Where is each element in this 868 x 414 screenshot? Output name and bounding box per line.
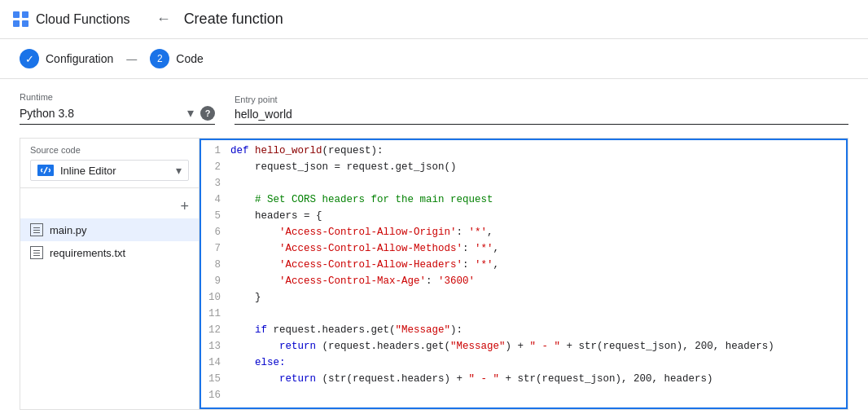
- code-editor[interactable]: 1 def hello_world(request): 2 request_js…: [199, 139, 848, 409]
- code-content: 1 def hello_world(request): 2 request_js…: [201, 140, 846, 407]
- logo-dots-icon: [13, 11, 29, 28]
- editor-dropdown-arrow-icon[interactable]: ▾: [176, 164, 182, 177]
- step2-number: 2: [157, 53, 163, 64]
- file-tree: + main.py ✏ 🗑: [20, 188, 199, 271]
- code-line-4: 4 # Set CORS headers for the main reques…: [201, 192, 846, 209]
- code-line-9: 9 'Access-Control-Max-Age': '3600': [201, 274, 846, 290]
- left-panel-header: Source code Inline Editor ▾: [20, 139, 199, 188]
- code-line-15: 15 return (str(request.headers) + " - " …: [201, 372, 846, 388]
- file-tree-actions: +: [20, 195, 199, 218]
- code-line-8: 8 'Access-Control-Allow-Headers': '*',: [201, 258, 846, 274]
- source-code-label: Source code: [30, 145, 189, 155]
- code-line-13: 13 return (request.headers.get("Message"…: [201, 339, 846, 355]
- entry-point-value: hello_world: [235, 108, 292, 121]
- step1-label: Configuration: [46, 52, 113, 65]
- step-2: 2 Code: [150, 49, 203, 68]
- main-content: Runtime Python 3.8 ▾ ? Entry point hello…: [0, 79, 868, 414]
- step2-label: Code: [176, 52, 203, 65]
- app-name: Cloud Functions: [36, 12, 130, 27]
- filename-main-py: main.py: [50, 224, 156, 236]
- runtime-dropdown-arrow-icon[interactable]: ▾: [187, 105, 194, 121]
- file-icon-main-py: [30, 223, 43, 236]
- back-arrow-icon: ←: [156, 11, 171, 28]
- source-code-section: Source code Inline Editor ▾ +: [20, 138, 848, 410]
- code-line-10: 10 }: [201, 290, 846, 306]
- file-item-requirements-txt[interactable]: requirements.txt ···: [20, 241, 199, 264]
- step-1: ✓ Configuration: [20, 49, 113, 68]
- left-panel: Source code Inline Editor ▾ +: [20, 139, 199, 409]
- inline-editor-icon: [37, 165, 54, 176]
- runtime-field: Runtime Python 3.8 ▾ ?: [20, 92, 215, 125]
- code-line-6: 6 'Access-Control-Allow-Origin': '*',: [201, 225, 846, 241]
- edit-file-icon[interactable]: ✏: [163, 223, 173, 236]
- code-line-7: 7 'Access-Control-Allow-Methods': '*',: [201, 241, 846, 258]
- file-item-main-py[interactable]: main.py ✏ 🗑: [20, 218, 199, 241]
- page-title: Create function: [184, 11, 283, 28]
- code-line-5: 5 headers = {: [201, 209, 846, 225]
- checkmark-icon: ✓: [25, 53, 34, 65]
- entry-point-label: Entry point: [235, 95, 848, 104]
- entry-point-input[interactable]: hello_world: [235, 108, 848, 125]
- more-options-icon[interactable]: ···: [179, 246, 189, 259]
- code-line-16: 16: [201, 388, 846, 404]
- file-icon-requirements-txt: [30, 246, 43, 259]
- code-line-12: 12 if request.headers.get("Message"):: [201, 323, 846, 339]
- editor-type-label: Inline Editor: [60, 165, 169, 177]
- stepper: ✓ Configuration — 2 Code: [0, 39, 868, 79]
- runtime-value: Python 3.8: [20, 107, 181, 120]
- entry-point-field: Entry point hello_world: [235, 95, 848, 125]
- step-divider: —: [126, 53, 137, 65]
- code-line-11: 11: [201, 306, 846, 323]
- runtime-label: Runtime: [20, 92, 215, 102]
- runtime-row: Runtime Python 3.8 ▾ ? Entry point hello…: [20, 92, 848, 125]
- add-file-button[interactable]: +: [180, 198, 189, 215]
- code-line-2: 2 request_json = request.get_json(): [201, 160, 846, 176]
- app-logo: Cloud Functions: [13, 11, 130, 28]
- svg-line-0: [44, 167, 47, 174]
- code-line-3: 3: [201, 176, 846, 192]
- back-button[interactable]: ←: [156, 11, 171, 28]
- delete-file-icon[interactable]: 🗑: [178, 223, 189, 236]
- app-header: Cloud Functions ← Create function: [0, 0, 868, 39]
- step1-circle: ✓: [20, 49, 39, 68]
- code-line-14: 14 else:: [201, 355, 846, 372]
- runtime-select[interactable]: Python 3.8 ▾ ?: [20, 105, 215, 125]
- step2-circle: 2: [150, 49, 169, 68]
- editor-select[interactable]: Inline Editor ▾: [30, 160, 189, 181]
- code-line-1: 1 def hello_world(request):: [201, 143, 846, 160]
- filename-requirements-txt: requirements.txt: [50, 247, 173, 259]
- runtime-help-icon[interactable]: ?: [200, 106, 215, 121]
